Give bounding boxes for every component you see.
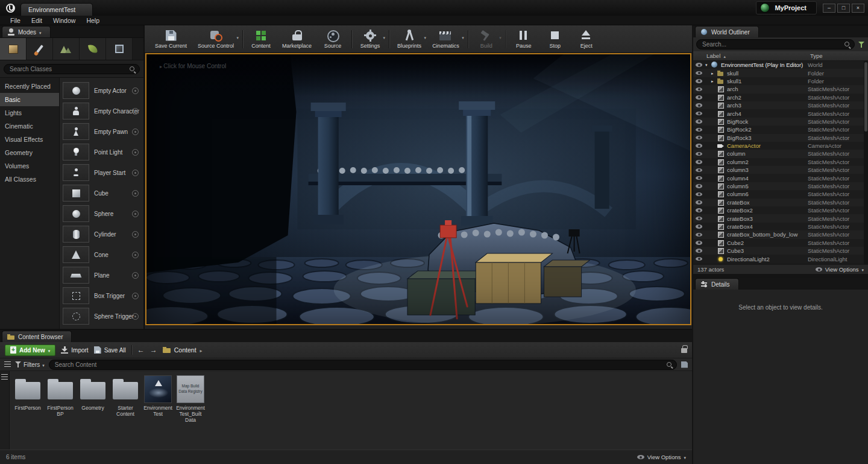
category-item[interactable]: Lights: [0, 106, 59, 119]
import-button[interactable]: Import: [61, 346, 88, 354]
visibility-eye-icon[interactable]: [696, 152, 702, 156]
mode-tab[interactable]: [53, 38, 80, 60]
visibility-eye-icon[interactable]: [696, 136, 702, 140]
placeable-item[interactable]: Empty Character: [63, 101, 142, 121]
mode-tab[interactable]: [106, 38, 133, 60]
toolbar-button[interactable]: Source Control: [192, 26, 239, 52]
view-options-button[interactable]: View Options: [637, 454, 686, 460]
level-tab[interactable]: EnvironmentTest: [20, 3, 93, 16]
toolbar-button[interactable]: Source: [317, 26, 348, 52]
restore-button[interactable]: □: [837, 4, 850, 13]
column-header-type[interactable]: Type: [810, 52, 868, 59]
asset-tile[interactable]: Starter Content: [111, 375, 140, 417]
visibility-eye-icon[interactable]: [696, 112, 702, 116]
outliner-row[interactable]: arch StaticMeshActor: [693, 85, 868, 93]
back-button[interactable]: [137, 346, 145, 354]
outliner-row[interactable]: column4 StaticMeshActor: [693, 174, 868, 182]
visibility-eye-icon[interactable]: [696, 241, 702, 245]
save-search-icon[interactable]: [681, 361, 688, 368]
outliner-row[interactable]: arch3 StaticMeshActor: [693, 101, 868, 109]
visibility-eye-icon[interactable]: [696, 208, 702, 212]
visibility-eye-icon[interactable]: [696, 168, 702, 173]
visibility-eye-icon[interactable]: [696, 176, 702, 180]
placeable-item[interactable]: Cone: [63, 244, 142, 265]
category-item[interactable]: Geometry: [0, 146, 59, 159]
toolbar-button[interactable]: Eject: [571, 26, 602, 52]
menu-item[interactable]: Window: [48, 17, 81, 24]
outliner-row[interactable]: column5 StaticMeshActor: [693, 182, 868, 190]
outliner-row[interactable]: BigRock StaticMeshActor: [693, 118, 868, 126]
visibility-eye-icon[interactable]: [696, 119, 702, 124]
outliner-row[interactable]: column2 StaticMeshActor: [693, 158, 868, 166]
search-classes-input[interactable]: [4, 64, 140, 74]
mode-tab[interactable]: [80, 38, 106, 60]
asset-tile[interactable]: Geometry: [78, 375, 107, 411]
filter-list-icon[interactable]: [4, 361, 11, 367]
toolbar-button[interactable]: Pause: [508, 26, 539, 52]
toolbar-button[interactable]: Marketplace: [277, 26, 317, 52]
mode-tab[interactable]: [0, 38, 27, 60]
toolbar-button[interactable]: Build: [471, 26, 502, 52]
drag-handle-icon[interactable]: [132, 190, 139, 197]
drag-handle-icon[interactable]: [132, 108, 139, 115]
category-item[interactable]: Volumes: [0, 159, 59, 173]
placeable-item[interactable]: Empty Actor: [63, 80, 142, 101]
expander-icon[interactable]: [711, 79, 717, 83]
menu-item[interactable]: Help: [81, 17, 105, 24]
category-item[interactable]: All Classes: [0, 173, 59, 186]
drag-handle-icon[interactable]: [132, 149, 139, 156]
drag-handle-icon[interactable]: [132, 87, 139, 94]
toolbar-button[interactable]: Cinematics: [427, 26, 465, 52]
visibility-eye-icon[interactable]: [696, 184, 702, 188]
placeable-item[interactable]: Empty Pawn: [63, 121, 142, 142]
outliner-row[interactable]: crateBox StaticMeshActor: [693, 199, 868, 206]
menu-item[interactable]: Edit: [26, 17, 48, 24]
outliner-row[interactable]: crateBox4 StaticMeshActor: [693, 223, 868, 230]
mode-tab[interactable]: [27, 38, 53, 60]
outliner-row[interactable]: BigRock2 StaticMeshActor: [693, 126, 868, 133]
placeable-item[interactable]: Plane: [63, 265, 142, 285]
details-tab[interactable]: Details: [695, 278, 739, 290]
visibility-eye-icon[interactable]: [696, 103, 702, 107]
visibility-eye-icon[interactable]: [696, 63, 702, 67]
placeable-item[interactable]: Player Start: [63, 162, 142, 183]
toolbar-button[interactable]: Save Current: [149, 26, 192, 52]
lock-icon[interactable]: [681, 348, 687, 353]
category-item[interactable]: Visual Effects: [0, 133, 59, 146]
outliner-row[interactable]: DirectionalLight2 DirectionalLight: [693, 255, 868, 262]
outliner-row[interactable]: crateBox2 StaticMeshActor: [693, 206, 868, 214]
forward-button[interactable]: [150, 346, 157, 354]
outliner-row[interactable]: CameraActor CameraActor: [693, 142, 868, 150]
menu-item[interactable]: File: [5, 17, 26, 24]
visibility-eye-icon[interactable]: [696, 95, 702, 100]
visibility-eye-icon[interactable]: [696, 87, 702, 92]
world-outliner-tab[interactable]: World Outliner: [695, 26, 759, 37]
outliner-row[interactable]: skull Folder: [693, 69, 868, 77]
drag-handle-icon[interactable]: [132, 129, 139, 135]
drag-handle-icon[interactable]: [132, 211, 139, 217]
category-item[interactable]: Basic: [0, 93, 59, 106]
outliner-row[interactable]: skull1 Folder: [693, 77, 868, 85]
outliner-search-input[interactable]: [696, 39, 855, 49]
visibility-eye-icon[interactable]: [696, 217, 702, 221]
content-browser-tab[interactable]: Content Browser: [2, 331, 72, 342]
asset-tile[interactable]: FirstPerson BP: [46, 375, 75, 417]
visibility-eye-icon[interactable]: [696, 192, 702, 197]
outliner-row[interactable]: column StaticMeshActor: [693, 150, 868, 157]
visibility-eye-icon[interactable]: [696, 160, 702, 164]
outliner-scrollbar[interactable]: [864, 61, 868, 264]
column-header-label[interactable]: Label: [693, 52, 810, 59]
minimize-button[interactable]: –: [823, 4, 835, 13]
toolbar-button[interactable]: Blueprints: [392, 26, 427, 52]
toolbar-button[interactable]: Settings: [354, 26, 386, 52]
visibility-eye-icon[interactable]: [696, 200, 702, 205]
toolbar-button[interactable]: Stop: [539, 26, 571, 52]
close-button[interactable]: ×: [852, 4, 864, 13]
placeable-item[interactable]: Sphere: [63, 203, 142, 224]
outliner-row[interactable]: column3 StaticMeshActor: [693, 166, 868, 174]
placeable-item[interactable]: Point Light: [63, 142, 142, 162]
asset-tile[interactable]: Map Build Data Registry Environment Test…: [176, 375, 205, 423]
visibility-eye-icon[interactable]: [696, 144, 702, 148]
drag-handle-icon[interactable]: [132, 272, 139, 279]
expander-icon[interactable]: [705, 63, 711, 67]
